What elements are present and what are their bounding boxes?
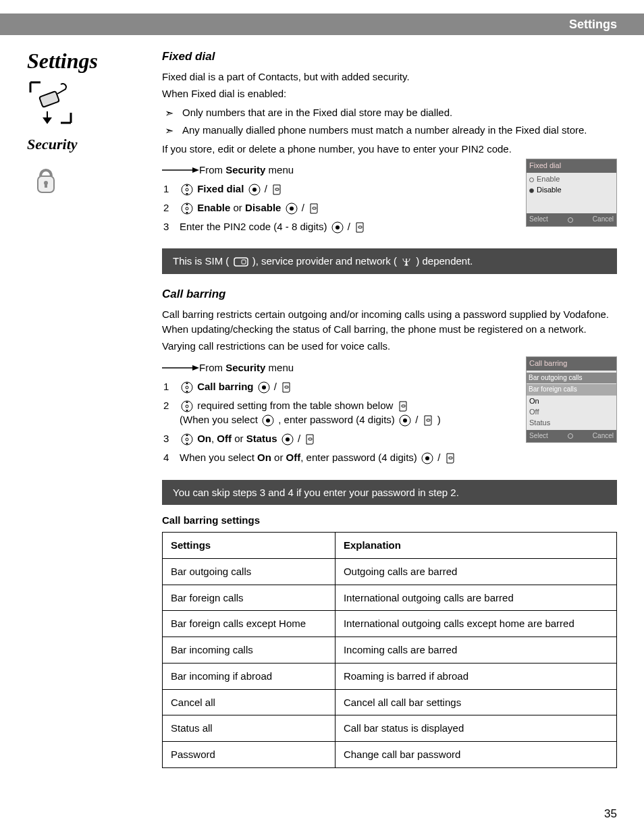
svg-point-42 [266,418,270,423]
svg-point-51 [286,437,290,441]
header-title: Settings [569,18,617,32]
page-header: Settings [0,13,644,35]
table-row: PasswordChange call bar password [163,742,617,768]
call-barring-steps: Call barring / required setting from the… [162,379,617,465]
sim-icon [234,257,248,267]
from-bold: Security [225,164,265,175]
svg-point-11 [252,188,257,192]
page-number: 35 [0,801,644,839]
fixed-dial-pin2: If you store, edit or delete a phone num… [162,142,617,157]
softkey-icon [423,414,433,427]
svg-marker-28 [192,365,199,371]
softkey-icon [308,202,319,215]
from-suffix: menu [265,164,294,175]
network-icon: A [401,256,412,267]
note-box: This is SIM ( ), service provider and ne… [162,248,617,274]
svg-point-54 [425,456,429,460]
svg-point-47 [186,438,188,441]
nav-icon [181,184,193,196]
softkey-icon [398,400,408,412]
step: On, Off or Status / [162,431,617,446]
bullet: Any manually dialled phone numbers must … [162,123,617,138]
svg-rect-24 [242,260,246,264]
softkey-icon [281,381,292,394]
screenshot-title: Fixed dial [527,159,616,173]
step-label: Fixed dial [197,183,244,194]
svg-rect-45 [427,419,430,421]
step: required setting from the table shown be… [162,398,617,428]
nav-icon [181,433,193,445]
table-title: Call barring settings [162,513,617,528]
table-row: Status allCall bar status is displayed [163,715,617,742]
arrow-icon [162,364,199,372]
call-barring-intro2: Varying call restrictions can be used fo… [162,339,617,354]
svg-point-21 [336,225,340,229]
svg-point-30 [186,386,188,389]
screenshot-title: Call barring [527,357,616,371]
svg-rect-55 [449,457,452,459]
fixed-dial-intro1: Fixed dial is a part of Contacts, but wi… [162,70,617,84]
table-row: Bar foreign callsInternational outgoing … [163,585,617,611]
section-fixed-dial: Fixed dial Fixed dial is a part of Conta… [162,49,617,274]
svg-rect-0 [39,91,59,107]
center-key-icon [248,184,261,196]
svg-rect-3 [45,183,47,188]
softkey-icon [271,184,282,196]
svg-rect-22 [358,226,362,228]
center-key-icon [262,414,274,427]
lock-icon [32,163,59,196]
svg-point-44 [403,418,407,423]
center-key-icon [421,452,433,464]
softkey-icon [304,433,315,445]
svg-point-14 [186,207,188,210]
call-barring-intro: Call barring restricts certain outgoing … [162,307,617,337]
svg-marker-5 [192,167,199,173]
table-row: Bar incoming if abroadRoaming is barred … [163,663,617,689]
fixed-dial-intro2: When Fixed dial is enabled: [162,86,617,101]
fixed-dial-bullets: Only numbers that are in the Fixed dial … [162,105,617,138]
nav-icon [181,202,193,215]
sidebar: Settings Security [27,49,162,780]
from-prefix: From [199,164,225,175]
center-key-icon [331,221,344,234]
step: Enable or Disable / [162,200,617,215]
from-security-row: From Security menu [162,360,519,375]
table-row: Bar incoming callsIncoming calls are bar… [163,637,617,664]
section-call-barring: Call barring Call barring restricts cert… [162,286,617,768]
svg-rect-40 [402,405,405,407]
nav-icon [181,400,193,412]
nav-icon [181,381,193,394]
device-icon [27,79,74,126]
svg-rect-19 [313,207,316,209]
table-row: Bar foreign calls except HomeInternation… [163,611,617,637]
step: Call barring / [162,379,617,394]
center-key-icon [281,433,294,445]
svg-point-34 [262,385,266,389]
svg-point-18 [290,207,294,211]
col-explanation: Explanation [335,533,616,559]
softkey-icon [354,221,365,234]
main-content: Fixed dial Fixed dial is a part of Conta… [162,49,617,780]
softkey-icon [445,452,456,464]
sidebar-subtitle: Security [27,136,155,153]
col-settings: Settings [163,533,336,559]
step: Enter the PIN2 code (4 - 8 digits) / [162,219,617,234]
step-enable: Enable [197,202,230,213]
svg-point-37 [186,405,188,408]
sidebar-title: Settings [27,49,155,74]
svg-text:A: A [404,261,408,267]
from-security-row: From Security menu [162,163,519,178]
step: Fixed dial / [162,182,617,196]
note-box: You can skip steps 3 and 4 if you enter … [162,480,617,506]
svg-point-7 [186,188,188,191]
center-key-icon [258,381,270,394]
svg-rect-52 [308,438,312,440]
heading-call-barring: Call barring [162,286,617,303]
table-row: Cancel allCancel all call bar settings [163,689,617,715]
call-barring-table: Settings Explanation Bar outgoing callsO… [162,532,617,768]
svg-rect-12 [275,188,279,190]
arrow-icon [162,166,199,174]
bullet: Only numbers that are in the Fixed dial … [162,105,617,120]
svg-rect-35 [285,386,288,388]
step: When you select On or Off, enter passwor… [162,450,617,465]
